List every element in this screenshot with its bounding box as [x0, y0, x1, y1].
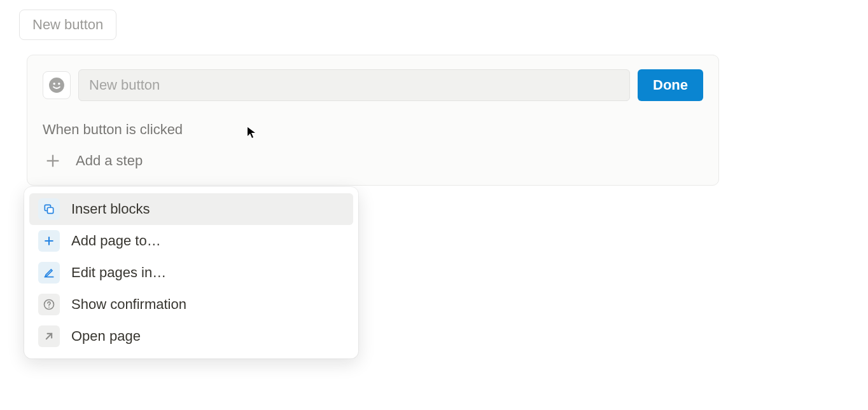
new-button-chip[interactable]: New button [19, 10, 116, 40]
menu-item-show-confirmation[interactable]: Show confirmation [29, 289, 353, 320]
menu-item-label: Insert blocks [71, 201, 150, 217]
svg-point-11 [48, 306, 50, 308]
menu-item-label: Edit pages in… [71, 264, 166, 281]
menu-item-label: Open page [71, 328, 141, 345]
button-name-input[interactable] [78, 69, 630, 101]
svg-point-2 [58, 83, 60, 85]
svg-point-1 [53, 83, 55, 85]
svg-line-12 [46, 334, 52, 339]
step-type-dropdown: Insert blocks Add page to… Edit pages in… [24, 187, 358, 359]
add-step-label: Add a step [76, 153, 143, 169]
plus-icon [38, 230, 60, 252]
menu-item-open-page[interactable]: Open page [29, 320, 353, 352]
section-heading: When button is clicked [43, 121, 703, 138]
question-icon [38, 294, 60, 315]
edit-icon [38, 262, 60, 284]
plus-icon [44, 152, 62, 170]
done-button[interactable]: Done [638, 69, 703, 101]
svg-point-0 [49, 78, 64, 93]
menu-item-insert-blocks[interactable]: Insert blocks [29, 193, 353, 225]
open-page-icon [38, 325, 60, 347]
menu-item-edit-pages-in[interactable]: Edit pages in… [29, 257, 353, 289]
menu-item-add-page-to[interactable]: Add page to… [29, 225, 353, 257]
add-step-button[interactable]: Add a step [43, 152, 144, 170]
menu-item-label: Show confirmation [71, 296, 186, 313]
panel-header: Done [43, 69, 703, 101]
svg-rect-6 [48, 208, 53, 214]
insert-blocks-icon [38, 198, 60, 220]
smiley-icon [48, 77, 65, 93]
emoji-picker-button[interactable] [43, 71, 71, 99]
menu-item-label: Add page to… [71, 233, 161, 249]
button-editor-panel: Done When button is clicked Add a step [27, 55, 719, 186]
